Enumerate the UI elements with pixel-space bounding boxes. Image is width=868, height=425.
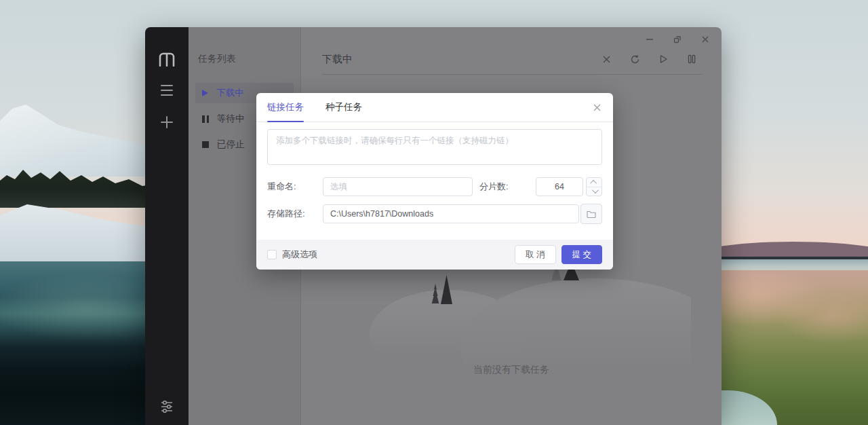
lake — [0, 261, 149, 425]
task-panel-title: 任务列表 — [189, 27, 300, 65]
task-filter-label: 下载中 — [216, 87, 244, 99]
stepper-down-icon[interactable] — [587, 187, 601, 196]
hill-graphic — [460, 278, 691, 363]
pause-task-icon[interactable] — [684, 52, 700, 67]
close-window-icon[interactable] — [697, 33, 713, 46]
tab-link-task[interactable]: 链接任务 — [267, 93, 304, 122]
task-list-icon[interactable] — [145, 85, 189, 96]
wallpaper-right-marsh — [712, 0, 868, 425]
dialog-tabs: 链接任务 种子任务 — [256, 93, 613, 122]
snow-slope — [0, 200, 149, 265]
download-links-textarea[interactable] — [267, 129, 602, 165]
storage-path-input[interactable] — [323, 204, 579, 223]
rename-label: 重命名: — [267, 181, 323, 193]
dialog-footer: 高级选项 取 消 提 交 — [256, 240, 613, 270]
advanced-options-label[interactable]: 高级选项 — [282, 248, 317, 261]
stepper-up-icon[interactable] — [587, 178, 601, 187]
motrix-logo-icon — [145, 52, 189, 67]
dialog-body: 重命名: 分片数: 存储路径: — [256, 122, 613, 224]
close-dialog-icon[interactable] — [590, 100, 604, 114]
task-filter-label: 已停止 — [217, 138, 245, 151]
submit-button[interactable]: 提 交 — [561, 245, 602, 264]
desktop: 任务列表 下载中 等待中 已停止 — [0, 0, 868, 425]
header-divider — [322, 74, 703, 75]
task-toolbar — [598, 52, 700, 67]
empty-state-illustration — [332, 261, 691, 363]
water-strip — [712, 259, 868, 271]
refresh-icon[interactable] — [627, 52, 643, 67]
add-task-icon[interactable] — [145, 115, 189, 129]
add-task-dialog: 链接任务 种子任务 重命名: 分片数: — [256, 93, 613, 270]
shoreline — [712, 257, 868, 259]
browse-folder-button[interactable] — [580, 204, 602, 224]
splits-label: 分片数: — [479, 181, 509, 193]
titlebar-controls — [642, 33, 713, 46]
splits-number-group — [536, 177, 602, 196]
minimize-icon[interactable] — [642, 33, 658, 46]
app-sidebar — [145, 27, 189, 425]
resume-task-icon[interactable] — [655, 52, 671, 67]
wallpaper-left-mountain — [0, 0, 149, 425]
tab-torrent-task[interactable]: 种子任务 — [326, 93, 362, 122]
page-title: 下载中 — [322, 53, 353, 66]
splits-stepper — [586, 177, 602, 196]
rename-splits-row: 重命名: 分片数: — [267, 177, 602, 196]
restore-icon[interactable] — [669, 33, 686, 46]
empty-state-text: 当前没有下载任务 — [301, 364, 722, 376]
path-label: 存储路径: — [267, 208, 323, 220]
stop-icon — [202, 141, 209, 148]
advanced-options-checkbox[interactable] — [267, 250, 277, 259]
rename-input[interactable] — [323, 177, 473, 196]
splits-input[interactable] — [536, 177, 583, 196]
snow-ridge — [0, 102, 149, 177]
pause-icon — [202, 115, 209, 123]
delete-task-icon[interactable] — [598, 52, 614, 67]
task-filter-label: 等待中 — [217, 113, 245, 125]
path-row: 存储路径: — [267, 204, 602, 224]
play-icon — [202, 90, 208, 96]
cancel-button[interactable]: 取 消 — [515, 245, 555, 264]
preferences-icon[interactable] — [145, 400, 189, 413]
